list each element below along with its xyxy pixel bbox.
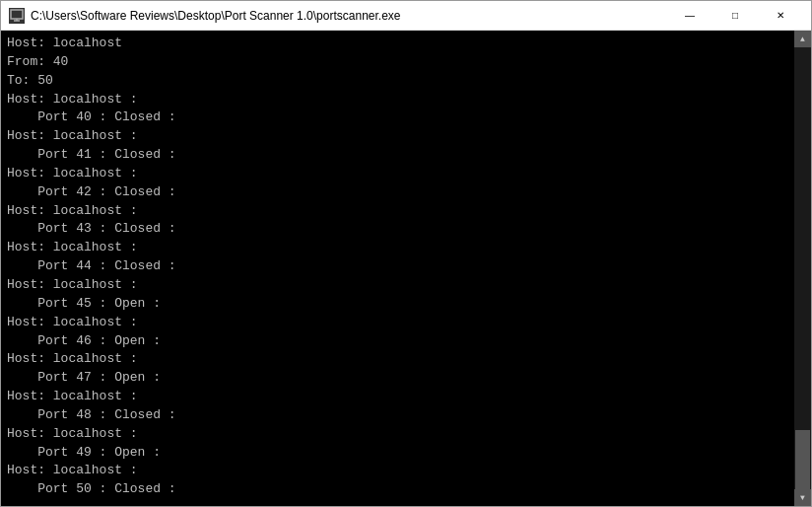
scroll-up-arrow[interactable]: ▲ xyxy=(794,31,811,47)
terminal-output: Host: localhost From: 40 To: 50 Host: lo… xyxy=(7,35,805,506)
minimize-button[interactable]: — xyxy=(667,1,712,31)
app-icon xyxy=(9,8,25,24)
scrollbar-track[interactable] xyxy=(794,47,811,489)
close-button[interactable]: ✕ xyxy=(758,1,803,31)
scroll-down-arrow[interactable]: ▼ xyxy=(794,489,811,506)
scrollbar[interactable]: ▲ ▼ xyxy=(794,31,811,506)
app-window: C:\Users\Software Reviews\Desktop\Port S… xyxy=(0,0,812,507)
terminal-window: Host: localhost From: 40 To: 50 Host: lo… xyxy=(1,31,811,506)
title-bar: C:\Users\Software Reviews\Desktop\Port S… xyxy=(1,1,811,31)
window-title: C:\Users\Software Reviews\Desktop\Port S… xyxy=(31,9,401,23)
svg-rect-0 xyxy=(11,10,23,19)
title-controls: — □ ✕ xyxy=(667,1,803,31)
maximize-button[interactable]: □ xyxy=(712,1,758,31)
scrollbar-thumb[interactable] xyxy=(795,430,810,489)
title-bar-left: C:\Users\Software Reviews\Desktop\Port S… xyxy=(9,8,667,24)
